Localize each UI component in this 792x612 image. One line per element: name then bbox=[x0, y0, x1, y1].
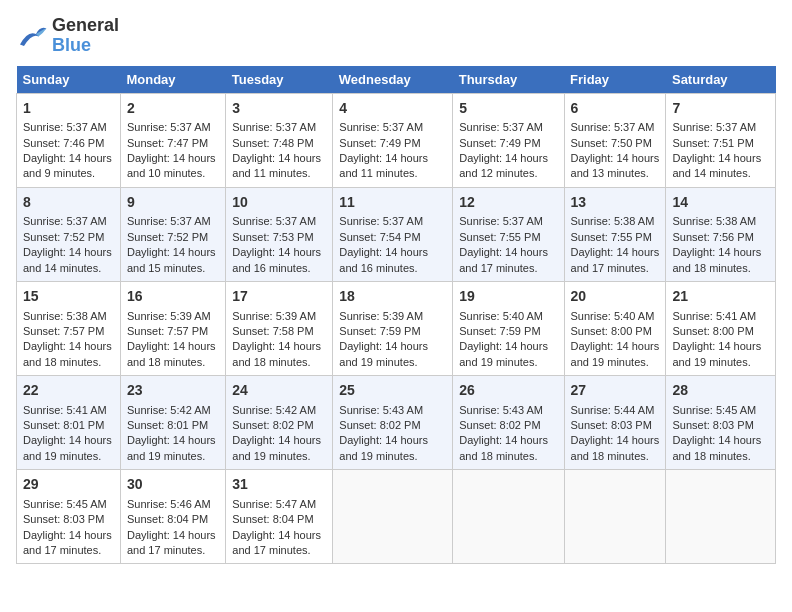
daylight-text: Daylight: 14 hours and 15 minutes. bbox=[127, 245, 219, 276]
sunset-text: Sunset: 8:02 PM bbox=[339, 418, 446, 433]
daylight-text: Daylight: 14 hours and 14 minutes. bbox=[23, 245, 114, 276]
daylight-text: Daylight: 14 hours and 19 minutes. bbox=[339, 339, 446, 370]
calendar-cell: 26Sunrise: 5:43 AMSunset: 8:02 PMDayligh… bbox=[453, 376, 564, 470]
sunset-text: Sunset: 8:01 PM bbox=[23, 418, 114, 433]
calendar-cell: 5Sunrise: 5:37 AMSunset: 7:49 PMDaylight… bbox=[453, 93, 564, 187]
sunrise-text: Sunrise: 5:38 AM bbox=[672, 214, 769, 229]
sunrise-text: Sunrise: 5:37 AM bbox=[459, 214, 557, 229]
header-tuesday: Tuesday bbox=[226, 66, 333, 94]
sunset-text: Sunset: 8:04 PM bbox=[127, 512, 219, 527]
daylight-text: Daylight: 14 hours and 9 minutes. bbox=[23, 151, 114, 182]
day-number: 10 bbox=[232, 193, 326, 213]
sunset-text: Sunset: 7:57 PM bbox=[23, 324, 114, 339]
calendar-cell: 25Sunrise: 5:43 AMSunset: 8:02 PMDayligh… bbox=[333, 376, 453, 470]
day-number: 13 bbox=[571, 193, 660, 213]
sunrise-text: Sunrise: 5:37 AM bbox=[232, 120, 326, 135]
calendar-cell: 23Sunrise: 5:42 AMSunset: 8:01 PMDayligh… bbox=[120, 376, 225, 470]
calendar-cell: 1Sunrise: 5:37 AMSunset: 7:46 PMDaylight… bbox=[17, 93, 121, 187]
sunrise-text: Sunrise: 5:42 AM bbox=[127, 403, 219, 418]
daylight-text: Daylight: 14 hours and 18 minutes. bbox=[672, 433, 769, 464]
calendar-cell: 4Sunrise: 5:37 AMSunset: 7:49 PMDaylight… bbox=[333, 93, 453, 187]
daylight-text: Daylight: 14 hours and 18 minutes. bbox=[571, 433, 660, 464]
day-number: 1 bbox=[23, 99, 114, 119]
day-number: 11 bbox=[339, 193, 446, 213]
calendar-cell: 15Sunrise: 5:38 AMSunset: 7:57 PMDayligh… bbox=[17, 281, 121, 375]
sunset-text: Sunset: 7:58 PM bbox=[232, 324, 326, 339]
daylight-text: Daylight: 14 hours and 10 minutes. bbox=[127, 151, 219, 182]
sunset-text: Sunset: 8:03 PM bbox=[23, 512, 114, 527]
calendar-cell bbox=[564, 470, 666, 564]
calendar-cell bbox=[333, 470, 453, 564]
sunrise-text: Sunrise: 5:40 AM bbox=[571, 309, 660, 324]
sunrise-text: Sunrise: 5:40 AM bbox=[459, 309, 557, 324]
logo-icon bbox=[16, 22, 48, 50]
calendar-cell: 24Sunrise: 5:42 AMSunset: 8:02 PMDayligh… bbox=[226, 376, 333, 470]
sunrise-text: Sunrise: 5:38 AM bbox=[23, 309, 114, 324]
daylight-text: Daylight: 14 hours and 18 minutes. bbox=[672, 245, 769, 276]
sunset-text: Sunset: 8:00 PM bbox=[672, 324, 769, 339]
header-wednesday: Wednesday bbox=[333, 66, 453, 94]
day-number: 2 bbox=[127, 99, 219, 119]
page-header: General Blue bbox=[16, 16, 776, 56]
calendar-week-row: 1Sunrise: 5:37 AMSunset: 7:46 PMDaylight… bbox=[17, 93, 776, 187]
sunset-text: Sunset: 7:50 PM bbox=[571, 136, 660, 151]
calendar-week-row: 15Sunrise: 5:38 AMSunset: 7:57 PMDayligh… bbox=[17, 281, 776, 375]
calendar-table: SundayMondayTuesdayWednesdayThursdayFrid… bbox=[16, 66, 776, 565]
day-number: 24 bbox=[232, 381, 326, 401]
daylight-text: Daylight: 14 hours and 19 minutes. bbox=[459, 339, 557, 370]
day-number: 14 bbox=[672, 193, 769, 213]
sunset-text: Sunset: 8:01 PM bbox=[127, 418, 219, 433]
day-number: 9 bbox=[127, 193, 219, 213]
calendar-cell: 21Sunrise: 5:41 AMSunset: 8:00 PMDayligh… bbox=[666, 281, 776, 375]
calendar-cell: 13Sunrise: 5:38 AMSunset: 7:55 PMDayligh… bbox=[564, 187, 666, 281]
sunrise-text: Sunrise: 5:42 AM bbox=[232, 403, 326, 418]
calendar-cell: 6Sunrise: 5:37 AMSunset: 7:50 PMDaylight… bbox=[564, 93, 666, 187]
daylight-text: Daylight: 14 hours and 18 minutes. bbox=[23, 339, 114, 370]
sunset-text: Sunset: 8:04 PM bbox=[232, 512, 326, 527]
day-number: 17 bbox=[232, 287, 326, 307]
calendar-cell: 31Sunrise: 5:47 AMSunset: 8:04 PMDayligh… bbox=[226, 470, 333, 564]
header-monday: Monday bbox=[120, 66, 225, 94]
day-number: 7 bbox=[672, 99, 769, 119]
sunset-text: Sunset: 7:51 PM bbox=[672, 136, 769, 151]
sunset-text: Sunset: 7:57 PM bbox=[127, 324, 219, 339]
sunrise-text: Sunrise: 5:37 AM bbox=[571, 120, 660, 135]
calendar-cell: 27Sunrise: 5:44 AMSunset: 8:03 PMDayligh… bbox=[564, 376, 666, 470]
sunrise-text: Sunrise: 5:39 AM bbox=[339, 309, 446, 324]
calendar-cell: 16Sunrise: 5:39 AMSunset: 7:57 PMDayligh… bbox=[120, 281, 225, 375]
sunset-text: Sunset: 7:53 PM bbox=[232, 230, 326, 245]
sunrise-text: Sunrise: 5:41 AM bbox=[23, 403, 114, 418]
daylight-text: Daylight: 14 hours and 17 minutes. bbox=[459, 245, 557, 276]
sunset-text: Sunset: 7:48 PM bbox=[232, 136, 326, 151]
calendar-header-row: SundayMondayTuesdayWednesdayThursdayFrid… bbox=[17, 66, 776, 94]
calendar-cell: 29Sunrise: 5:45 AMSunset: 8:03 PMDayligh… bbox=[17, 470, 121, 564]
daylight-text: Daylight: 14 hours and 19 minutes. bbox=[232, 433, 326, 464]
sunset-text: Sunset: 7:55 PM bbox=[571, 230, 660, 245]
sunset-text: Sunset: 8:02 PM bbox=[459, 418, 557, 433]
sunrise-text: Sunrise: 5:43 AM bbox=[459, 403, 557, 418]
sunrise-text: Sunrise: 5:44 AM bbox=[571, 403, 660, 418]
calendar-cell: 17Sunrise: 5:39 AMSunset: 7:58 PMDayligh… bbox=[226, 281, 333, 375]
sunset-text: Sunset: 7:55 PM bbox=[459, 230, 557, 245]
day-number: 20 bbox=[571, 287, 660, 307]
day-number: 18 bbox=[339, 287, 446, 307]
calendar-cell: 22Sunrise: 5:41 AMSunset: 8:01 PMDayligh… bbox=[17, 376, 121, 470]
daylight-text: Daylight: 14 hours and 18 minutes. bbox=[459, 433, 557, 464]
logo: General Blue bbox=[16, 16, 119, 56]
calendar-cell: 7Sunrise: 5:37 AMSunset: 7:51 PMDaylight… bbox=[666, 93, 776, 187]
daylight-text: Daylight: 14 hours and 19 minutes. bbox=[571, 339, 660, 370]
calendar-cell: 20Sunrise: 5:40 AMSunset: 8:00 PMDayligh… bbox=[564, 281, 666, 375]
header-sunday: Sunday bbox=[17, 66, 121, 94]
calendar-cell: 28Sunrise: 5:45 AMSunset: 8:03 PMDayligh… bbox=[666, 376, 776, 470]
sunrise-text: Sunrise: 5:45 AM bbox=[672, 403, 769, 418]
calendar-cell: 11Sunrise: 5:37 AMSunset: 7:54 PMDayligh… bbox=[333, 187, 453, 281]
day-number: 23 bbox=[127, 381, 219, 401]
header-thursday: Thursday bbox=[453, 66, 564, 94]
day-number: 4 bbox=[339, 99, 446, 119]
day-number: 22 bbox=[23, 381, 114, 401]
sunrise-text: Sunrise: 5:41 AM bbox=[672, 309, 769, 324]
sunset-text: Sunset: 7:52 PM bbox=[23, 230, 114, 245]
day-number: 5 bbox=[459, 99, 557, 119]
sunset-text: Sunset: 8:00 PM bbox=[571, 324, 660, 339]
daylight-text: Daylight: 14 hours and 16 minutes. bbox=[339, 245, 446, 276]
